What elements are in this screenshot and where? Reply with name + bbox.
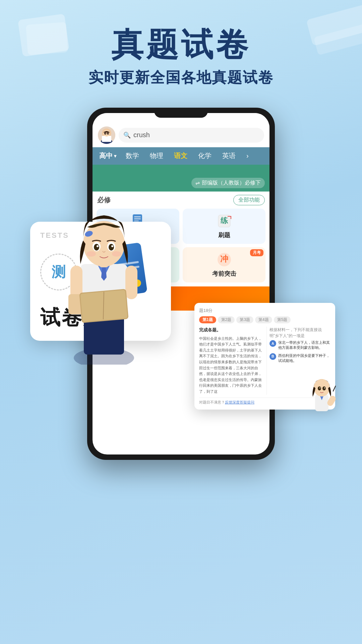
- search-text: crush: [133, 131, 150, 139]
- phone-notch: [154, 108, 208, 118]
- question-label: 根据材料一，下列不能直接说明"乡下人"的一项是: [269, 327, 330, 339]
- textbook-badge[interactable]: ⇌ 部编版（人教版）必修下: [191, 178, 265, 188]
- passage-text: 中国社会是乡土性的。上脑的乡下人，他们才是中国乡下人土气。虱测似乎带着几土土字却…: [199, 336, 263, 395]
- section-title: 必修: [97, 196, 111, 205]
- card-overlay: TESTS 测 试卷库: [30, 222, 171, 341]
- subject-chemistry[interactable]: 化学: [193, 147, 217, 165]
- grade-chevron-icon: ▾: [114, 153, 116, 159]
- book-dot-2: [133, 279, 141, 287]
- all-functions-button[interactable]: 全部功能: [233, 195, 265, 205]
- drill-label: 刷题: [218, 231, 230, 239]
- avatar[interactable]: [98, 126, 115, 144]
- ai-tutor-character: [307, 373, 337, 420]
- subject-math[interactable]: 数学: [120, 147, 144, 165]
- svg-point-4: [103, 130, 110, 137]
- book-visual: [84, 245, 144, 299]
- step-2-tab[interactable]: 第2题: [218, 316, 235, 323]
- step-tabs: 第1题 第2题 第3题 第4题 第5题: [199, 316, 330, 323]
- phone-container: TESTS 测 试卷库: [44, 108, 318, 460]
- search-icon: 🔍: [123, 131, 131, 139]
- card-book-area: 测: [40, 245, 161, 299]
- svg-rect-3: [102, 136, 111, 142]
- tests-label: TESTS: [40, 231, 161, 240]
- blue-book: [97, 242, 147, 298]
- svg-rect-10: [134, 216, 141, 217]
- svg-point-7: [105, 133, 106, 133]
- svg-line-54: [333, 386, 336, 391]
- step-1-tab[interactable]: 第1题: [199, 316, 216, 323]
- step-4-tab[interactable]: 第4题: [255, 316, 272, 323]
- svg-point-51: [319, 387, 320, 388]
- svg-rect-12: [134, 220, 139, 221]
- ce-text: 测: [52, 263, 66, 281]
- green-section: ⇌ 部编版（人教版）必修下: [93, 165, 269, 192]
- book-lines: [104, 261, 141, 280]
- book-dot-1: [101, 250, 109, 259]
- svg-point-48: [314, 379, 330, 396]
- answer-b-letter: B: [269, 353, 276, 360]
- card-main-label: 试卷库: [40, 304, 161, 331]
- exam-prep-icon: 冲: [216, 252, 232, 268]
- svg-rect-11: [134, 218, 141, 219]
- monthly-exam-tag: 月考: [250, 249, 263, 256]
- screen-header: 🔍 crush: [93, 113, 269, 147]
- textbook-switch-icon: ⇌: [195, 180, 200, 186]
- feedback-link[interactable]: 反馈深度答疑提问: [225, 400, 254, 404]
- answer-a-row: A 张北一带的乡下人，语言上和其他方面基本受到蒙古影响。: [269, 340, 330, 351]
- subject-chinese[interactable]: 语文: [169, 147, 193, 165]
- answer-b-row: B 西伯利亚的中国乡是要下种子，试试能地。: [269, 353, 330, 364]
- instruction-label: 完成各题。: [199, 327, 263, 334]
- step-5-tab[interactable]: 第5题: [274, 316, 291, 323]
- svg-point-49: [318, 386, 321, 390]
- grade-selector[interactable]: 高中 ▾: [95, 151, 120, 160]
- score-label: 题18分: [199, 308, 213, 314]
- grade-label: 高中: [99, 151, 113, 160]
- step-3-tab[interactable]: 第3题: [236, 316, 253, 323]
- svg-text:练: 练: [220, 216, 228, 225]
- subject-physics[interactable]: 物理: [144, 147, 169, 165]
- subject-more[interactable]: ›: [241, 147, 254, 165]
- svg-point-52: [324, 387, 325, 388]
- ce-circle: 测: [40, 254, 77, 290]
- svg-point-50: [322, 386, 326, 390]
- subject-english[interactable]: 英语: [217, 147, 241, 165]
- subject-nav: 高中 ▾ 数学 物理 语文 化学 英语 ›: [93, 147, 269, 165]
- svg-text:冲: 冲: [220, 254, 228, 263]
- svg-point-8: [108, 133, 109, 133]
- drill-icon: 练: [216, 213, 232, 229]
- answer-b-text: 西伯利亚的中国乡是要下种子，试试能地。: [278, 353, 330, 364]
- hero-title: 真题试卷: [0, 27, 362, 62]
- hero-subtitle: 实时更新全国各地真题试卷: [0, 68, 362, 88]
- func-header: 必修 全部功能: [93, 192, 269, 209]
- search-bar[interactable]: 🔍 crush: [119, 128, 264, 143]
- textbook-label: 部编版（人教版）必修下: [202, 179, 261, 186]
- answer-a-letter: A: [269, 340, 276, 347]
- exam-prep-label: 考前突击: [212, 270, 236, 278]
- doc-header: 题18分: [199, 308, 330, 314]
- hero-section: 真题试卷 实时更新全国各地真题试卷: [0, 0, 362, 98]
- drill-card[interactable]: 练 刷题: [183, 209, 265, 244]
- document-overlay: 题18分 第1题 第2题 第3题 第4题 第5题 完成各题。 中国社会是乡土性的…: [194, 303, 335, 410]
- answer-a-text: 张北一带的乡下人，语言上和其他方面基本受到蒙古影响。: [278, 340, 330, 351]
- exam-prep-card[interactable]: 月考 冲 考前突击: [183, 247, 265, 282]
- doc-left-panel: 完成各题。 中国社会是乡土性的。上脑的乡下人，他们才是中国乡下人土气。虱测似乎带…: [199, 327, 263, 395]
